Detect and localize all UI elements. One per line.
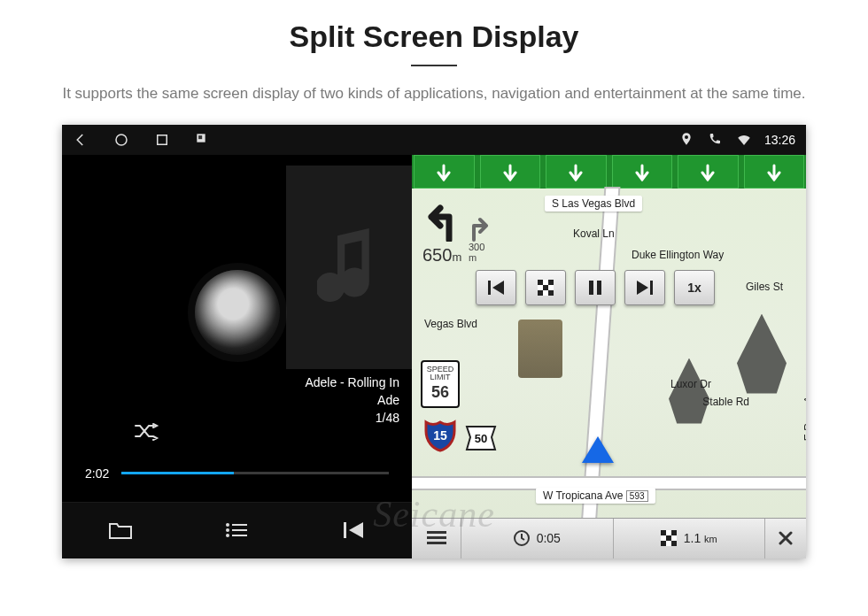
screenshot-icon[interactable] xyxy=(195,132,211,148)
back-icon[interactable] xyxy=(73,132,89,148)
page-description: It supports the same screen display of t… xyxy=(0,82,868,105)
road-label: Giles St xyxy=(739,279,790,295)
seek-bar[interactable] xyxy=(121,472,389,474)
lane-arrow-icon xyxy=(612,155,673,189)
map-speed-button[interactable]: 1x xyxy=(674,270,715,305)
svg-rect-20 xyxy=(650,281,653,295)
track-title: Adele - Rolling In xyxy=(305,373,399,391)
svg-point-4 xyxy=(226,523,229,527)
svg-rect-1 xyxy=(158,135,167,144)
road-label: Stable Rd xyxy=(695,394,756,410)
placeholder-art xyxy=(286,166,428,369)
svg-rect-31 xyxy=(661,541,666,546)
road-label: S Las Vegas Blvd xyxy=(545,196,642,212)
svg-rect-28 xyxy=(661,530,666,535)
progress-row: 2:02 xyxy=(85,466,389,481)
lane-arrow-icon xyxy=(414,155,475,189)
svg-point-8 xyxy=(226,534,229,537)
interstate-shield: 15 xyxy=(421,417,460,452)
track-meta: Adele - Rolling In Ade 1/48 xyxy=(305,373,399,427)
turn-panel: 300 m 650m xyxy=(422,199,492,266)
title-underline xyxy=(411,65,457,66)
svg-rect-24 xyxy=(427,536,446,539)
svg-rect-11 xyxy=(488,281,491,295)
music-bottom-bar xyxy=(62,502,412,558)
svg-rect-7 xyxy=(232,529,247,531)
status-bar: 13:26 xyxy=(62,125,806,155)
home-icon[interactable] xyxy=(113,132,129,148)
svg-rect-14 xyxy=(548,280,554,285)
svg-rect-13 xyxy=(538,280,543,285)
svg-text:15: 15 xyxy=(433,428,447,443)
location-icon xyxy=(679,132,695,148)
building-icon xyxy=(737,314,787,394)
nav-distance: 1.1 km xyxy=(614,519,766,558)
elapsed-time: 2:02 xyxy=(85,466,109,481)
next-turn-distance: 300 m xyxy=(469,242,492,263)
nav-eta: 0:05 xyxy=(461,519,614,558)
svg-rect-23 xyxy=(427,531,446,534)
recent-apps-icon[interactable] xyxy=(154,132,170,148)
svg-rect-19 xyxy=(597,281,601,295)
road-tropicana xyxy=(412,478,806,489)
map-media-controls: 1x xyxy=(476,270,715,305)
svg-rect-5 xyxy=(232,524,247,526)
road-label: Luxor Dr xyxy=(663,376,718,392)
phone-icon xyxy=(708,132,724,148)
playlist-button[interactable] xyxy=(221,514,252,546)
building-icon xyxy=(518,320,562,378)
svg-rect-18 xyxy=(589,281,593,295)
folder-button[interactable] xyxy=(105,514,136,546)
road-label: Duke Ellington Way xyxy=(624,247,731,263)
svg-rect-3 xyxy=(198,135,202,139)
shuffle-button[interactable] xyxy=(133,420,159,442)
svg-rect-15 xyxy=(543,285,548,290)
nav-bottom-bar: 0:05 1.1 km xyxy=(412,518,806,558)
music-pane: Adele - Rolling In Ade 1/48 2:02 xyxy=(62,155,412,558)
lane-arrow-icon xyxy=(546,155,607,189)
speed-limit-sign: SPEED LIMIT 56 xyxy=(421,360,460,408)
map-prev-button[interactable] xyxy=(476,270,516,305)
clock: 13:26 xyxy=(764,133,795,147)
svg-rect-10 xyxy=(344,522,346,538)
svg-rect-30 xyxy=(666,535,671,541)
route-shield: 50 xyxy=(461,420,500,456)
wifi-icon xyxy=(736,132,752,148)
map-pause-button[interactable] xyxy=(575,270,616,305)
track-artist: Ade xyxy=(305,391,399,409)
page-title: Split Screen Display xyxy=(0,19,868,54)
lane-arrow-icon xyxy=(744,155,805,189)
turn-right-icon: 300 m xyxy=(469,215,492,242)
turn-distance: 650 xyxy=(422,245,452,265)
svg-rect-32 xyxy=(671,541,677,546)
previous-button[interactable] xyxy=(337,514,369,546)
track-index: 1/48 xyxy=(305,409,399,427)
map-next-button[interactable] xyxy=(624,270,665,305)
road-label: Koval Ln xyxy=(566,226,622,242)
turn-left-icon xyxy=(422,199,460,242)
map-flag-button[interactable] xyxy=(525,270,566,305)
vehicle-cursor-icon xyxy=(582,436,614,463)
svg-point-0 xyxy=(116,135,127,145)
road-label: E Reno Ave xyxy=(801,378,806,448)
svg-rect-17 xyxy=(548,290,554,296)
svg-point-6 xyxy=(226,528,229,532)
lane-guidance xyxy=(412,155,806,189)
road-label: Vegas Blvd xyxy=(417,316,484,332)
svg-rect-16 xyxy=(538,290,543,296)
svg-rect-9 xyxy=(232,535,247,536)
svg-rect-29 xyxy=(671,530,677,535)
lane-arrow-icon xyxy=(480,155,541,189)
lane-arrow-icon xyxy=(678,155,739,189)
svg-text:50: 50 xyxy=(475,432,487,445)
nav-close-button[interactable] xyxy=(765,519,806,558)
album-art xyxy=(195,270,280,355)
nav-menu-button[interactable] xyxy=(412,519,461,558)
navigation-pane[interactable]: 300 m 650m 1x S Las Vegas Blvd Koval xyxy=(412,155,806,558)
device-screenshot: 13:26 Adele - Rolling In Ade 1/48 2:02 xyxy=(62,125,806,558)
road-label: W Tropicana Ave 593 xyxy=(536,488,655,504)
svg-rect-25 xyxy=(427,542,446,544)
turn-distance-unit: m xyxy=(452,250,461,264)
